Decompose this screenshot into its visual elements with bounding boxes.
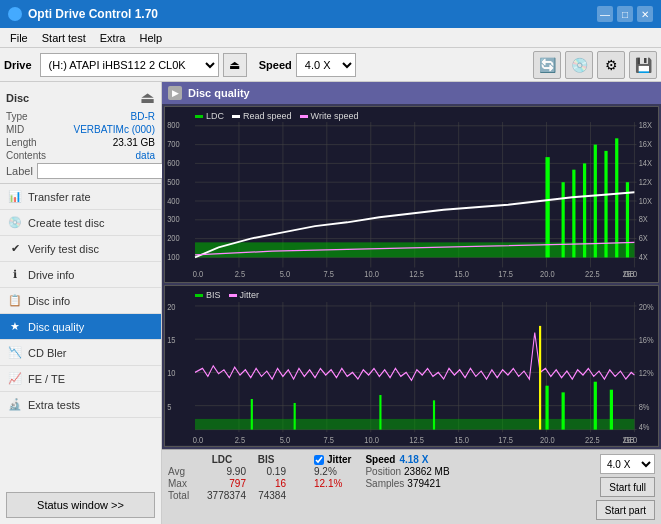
disc-length-row: Length 23.31 GB xyxy=(6,137,155,148)
svg-text:7.5: 7.5 xyxy=(324,270,335,280)
disc-label-row: Label 🔍 xyxy=(6,163,155,179)
svg-text:GB: GB xyxy=(624,270,635,280)
svg-rect-73 xyxy=(251,399,253,430)
samples-value: 379421 xyxy=(407,478,440,489)
svg-text:15.0: 15.0 xyxy=(454,270,469,280)
sidebar-item-cd-bler[interactable]: 📉 CD Bler xyxy=(0,340,161,366)
stats-total-row: Total 3778374 74384 xyxy=(168,490,300,501)
svg-rect-74 xyxy=(294,403,296,430)
max-label: Max xyxy=(168,478,198,489)
close-button[interactable]: ✕ xyxy=(637,6,653,22)
svg-text:5.0: 5.0 xyxy=(280,270,291,280)
svg-rect-26 xyxy=(615,138,618,257)
disc-mid-row: MID VERBATIMc (000) xyxy=(6,124,155,135)
svg-text:300: 300 xyxy=(167,215,180,225)
menu-help[interactable]: Help xyxy=(133,30,168,46)
svg-text:10.0: 10.0 xyxy=(364,435,379,446)
jitter-col: Jitter 9.2% 12.1% xyxy=(314,454,351,489)
sidebar-item-create-test-disc[interactable]: 💿 Create test disc xyxy=(0,210,161,236)
svg-text:GB: GB xyxy=(624,435,635,446)
position-row: Position 23862 MB xyxy=(365,466,449,477)
legend-read-speed: Read speed xyxy=(232,111,292,121)
chart1-legend: LDC Read speed Write speed xyxy=(165,109,658,123)
sidebar-item-fe-te[interactable]: 📈 FE / TE xyxy=(0,366,161,392)
legend-jitter: Jitter xyxy=(229,290,260,300)
svg-text:100: 100 xyxy=(167,252,180,262)
svg-text:16%: 16% xyxy=(639,335,654,346)
svg-text:5: 5 xyxy=(167,401,171,412)
disc-label-input[interactable] xyxy=(37,163,170,179)
svg-rect-20 xyxy=(545,157,549,257)
jitter-max-row: 12.1% xyxy=(314,478,351,489)
svg-rect-72 xyxy=(195,419,634,430)
sidebar-item-extra-tests[interactable]: 🔬 Extra tests xyxy=(0,392,161,418)
total-bis: 74384 xyxy=(246,490,286,501)
disc-contents-value: data xyxy=(136,150,155,161)
svg-text:12.5: 12.5 xyxy=(409,270,424,280)
svg-text:200: 200 xyxy=(167,234,180,244)
legend-read-speed-label: Read speed xyxy=(243,111,292,121)
sidebar-item-transfer-rate[interactable]: 📊 Transfer rate xyxy=(0,184,161,210)
toolbar-save-button[interactable]: 💾 xyxy=(629,51,657,79)
svg-text:500: 500 xyxy=(167,177,180,187)
disc-contents-row: Contents data xyxy=(6,150,155,161)
samples-row: Samples 379421 xyxy=(365,478,449,489)
svg-text:20: 20 xyxy=(167,302,176,313)
svg-rect-21 xyxy=(562,182,565,257)
svg-rect-80 xyxy=(610,390,613,430)
svg-text:12X: 12X xyxy=(639,177,653,187)
svg-rect-25 xyxy=(604,151,607,258)
disc-eject-icon[interactable]: ⏏ xyxy=(140,88,155,107)
speed-select[interactable]: 4.0 X 1.0 X 2.0 X 8.0 X xyxy=(296,53,356,77)
svg-text:8%: 8% xyxy=(639,401,650,412)
legend-jitter-dot xyxy=(229,294,237,297)
menu-start-test[interactable]: Start test xyxy=(36,30,92,46)
legend-jitter-label: Jitter xyxy=(240,290,260,300)
drive-label: Drive xyxy=(4,59,32,71)
start-full-button[interactable]: Start full xyxy=(600,477,655,497)
disc-mid-label: MID xyxy=(6,124,24,135)
legend-ldc: LDC xyxy=(195,111,224,121)
nav-label-transfer-rate: Transfer rate xyxy=(28,191,91,203)
svg-text:20%: 20% xyxy=(639,302,654,313)
menu-extra[interactable]: Extra xyxy=(94,30,132,46)
position-label: Position xyxy=(365,466,401,477)
sidebar-item-verify-test-disc[interactable]: ✔ Verify test disc xyxy=(0,236,161,262)
svg-text:400: 400 xyxy=(167,196,180,206)
jitter-avg: 9.2% xyxy=(314,466,337,477)
toolbar-settings-button[interactable]: ⚙ xyxy=(597,51,625,79)
sidebar-item-disc-info[interactable]: 📋 Disc info xyxy=(0,288,161,314)
legend-bis-dot xyxy=(195,294,203,297)
svg-text:14X: 14X xyxy=(639,158,653,168)
toolbar-disc-button[interactable]: 💿 xyxy=(565,51,593,79)
svg-text:6X: 6X xyxy=(639,234,649,244)
status-window-button[interactable]: Status window >> xyxy=(6,492,155,518)
toolbar-refresh-button[interactable]: 🔄 xyxy=(533,51,561,79)
sidebar-item-drive-info[interactable]: ℹ Drive info xyxy=(0,262,161,288)
svg-text:700: 700 xyxy=(167,140,180,150)
sidebar-item-disc-quality[interactable]: ★ Disc quality xyxy=(0,314,161,340)
speed-header-row: Speed 4.18 X xyxy=(365,454,449,465)
extra-tests-icon: 🔬 xyxy=(8,398,22,412)
window-controls[interactable]: — □ ✕ xyxy=(597,6,653,22)
eject-button[interactable]: ⏏ xyxy=(223,53,247,77)
jitter-checkbox[interactable] xyxy=(314,455,324,465)
svg-rect-77 xyxy=(545,386,548,430)
minimize-button[interactable]: — xyxy=(597,6,613,22)
app-title: Opti Drive Control 1.70 xyxy=(28,7,158,21)
maximize-button[interactable]: □ xyxy=(617,6,633,22)
legend-write-speed-label: Write speed xyxy=(311,111,359,121)
disc-type-row: Type BD-R xyxy=(6,111,155,122)
svg-rect-24 xyxy=(594,145,597,258)
drive-select[interactable]: (H:) ATAPI iHBS112 2 CL0K xyxy=(40,53,219,77)
stats-area: LDC BIS Avg 9.90 0.19 Max 797 16 Total 3… xyxy=(162,449,661,524)
title-bar-left: Opti Drive Control 1.70 xyxy=(8,7,158,21)
max-ldc: 797 xyxy=(198,478,246,489)
menu-file[interactable]: File xyxy=(4,30,34,46)
start-part-button[interactable]: Start part xyxy=(596,500,655,520)
disc-quality-title: Disc quality xyxy=(188,87,250,99)
stats-speed-select[interactable]: 4.0 X 2.0 X 8.0 X xyxy=(600,454,655,474)
legend-write-speed-dot xyxy=(300,115,308,118)
svg-text:0.0: 0.0 xyxy=(193,435,204,446)
jitter-avg-row: 9.2% xyxy=(314,466,351,477)
